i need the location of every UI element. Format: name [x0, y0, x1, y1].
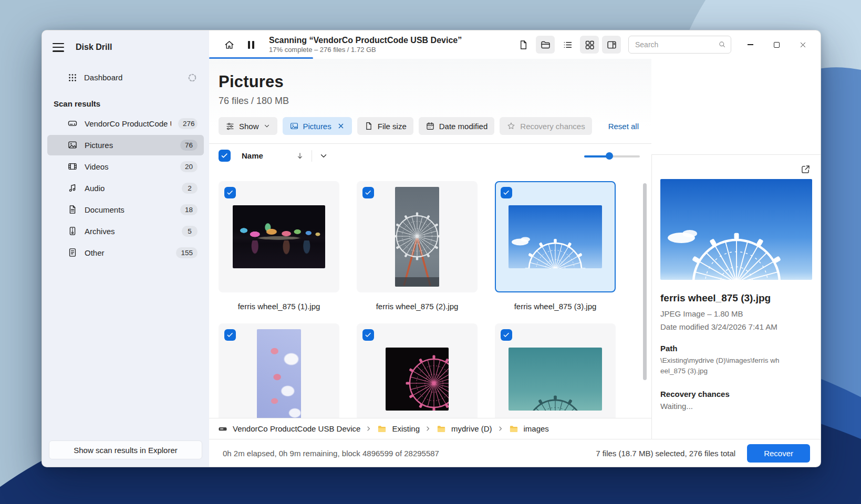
maximize-button[interactable]	[765, 36, 788, 54]
sidebar-item-label: Audio	[85, 184, 105, 193]
home-button[interactable]	[220, 36, 238, 54]
check-icon	[503, 331, 510, 339]
breadcrumb-mydrive[interactable]: mydrive (D)	[436, 424, 492, 434]
dashboard-grid-icon	[67, 72, 78, 83]
sort-direction-icon[interactable]	[295, 151, 305, 161]
count-badge: 18	[180, 204, 198, 215]
breadcrumb-label: VendorCo ProductCode USB Device	[233, 424, 360, 433]
remove-filter-icon[interactable]	[337, 122, 345, 130]
file-size-filter-chip[interactable]: File size	[357, 117, 413, 135]
thumbnail-size-slider[interactable]	[584, 152, 640, 160]
archives-icon	[67, 226, 78, 236]
reset-all-link[interactable]: Reset all	[608, 122, 639, 131]
show-filter-label: Show	[239, 122, 259, 131]
sidebar-item-device[interactable]: VendorCo ProductCode US... 276	[47, 113, 204, 134]
count-badge: 155	[176, 247, 198, 258]
count-badge: 5	[182, 226, 198, 237]
scan-elapsed-text: 0h 2m elapsed, 0h 9m remaining, block 48…	[223, 449, 439, 458]
thumbnail-gray-ferris-wheel	[395, 187, 439, 287]
file-checkbox[interactable]	[501, 187, 512, 198]
maximize-icon	[774, 42, 780, 48]
sidebar: Disk Drill Dashboard Scan results V	[42, 30, 209, 467]
show-filter-button[interactable]: Show	[219, 117, 277, 135]
documents-icon	[67, 204, 78, 215]
breadcrumb-existing[interactable]: Existing	[377, 424, 420, 434]
file-card-1[interactable]	[219, 181, 339, 292]
sort-options-chevron-icon[interactable]	[319, 151, 328, 161]
sidebar-item-pictures[interactable]: Pictures 76	[47, 135, 204, 155]
search-input[interactable]	[628, 36, 731, 54]
folder-view-button[interactable]	[536, 36, 555, 54]
file-checkbox[interactable]	[224, 329, 236, 341]
details-filename: ferris wheel_875 (3).jpg	[660, 292, 812, 304]
close-icon	[799, 41, 807, 49]
chevron-right-icon	[424, 425, 431, 432]
sidebar-item-videos[interactable]: Videos 20	[47, 156, 204, 177]
file-name[interactable]: ferris wheel_875 (2).jpg	[357, 302, 478, 311]
show-in-explorer-button[interactable]: Show scan results in Explorer	[49, 440, 202, 459]
minimize-button[interactable]	[739, 36, 762, 54]
sidebar-item-label: Pictures	[85, 141, 113, 150]
count-badge: 276	[178, 118, 198, 129]
folder-icon	[377, 424, 387, 434]
vertical-scrollbar[interactable]	[643, 183, 647, 380]
file-size-label: File size	[378, 122, 407, 131]
sidebar-item-label: Archives	[85, 227, 115, 236]
sidebar-item-documents[interactable]: Documents 18	[47, 200, 204, 220]
scan-results-section-label: Scan results	[42, 91, 209, 113]
sidebar-item-archives[interactable]: Archives 5	[47, 221, 204, 242]
file-card-5[interactable]	[357, 323, 478, 418]
sidebar-item-label: Videos	[85, 162, 109, 171]
breadcrumb-label: images	[524, 424, 549, 433]
check-icon	[365, 331, 372, 339]
pause-icon	[248, 41, 254, 49]
search-icon	[718, 40, 727, 49]
grid-view-button[interactable]	[580, 36, 599, 54]
scan-spinner-icon	[187, 72, 198, 83]
chevron-right-icon	[497, 425, 504, 432]
file-checkbox[interactable]	[501, 329, 512, 341]
file-checkbox[interactable]	[224, 187, 236, 198]
recover-button[interactable]: Recover	[747, 444, 810, 463]
other-files-icon	[67, 247, 78, 258]
chevron-right-icon	[365, 425, 372, 432]
pause-scan-button[interactable]	[242, 36, 261, 54]
hamburger-menu-icon[interactable]	[51, 42, 65, 53]
breadcrumb-device[interactable]: VendorCo ProductCode USB Device	[217, 424, 360, 434]
date-modified-filter-chip[interactable]: Date modified	[419, 117, 495, 135]
slider-thumb[interactable]	[606, 152, 613, 160]
file-card-3-selected[interactable]	[495, 181, 616, 292]
thumbnail-neon-ferris-wheel	[386, 348, 449, 411]
preview-image[interactable]	[660, 179, 812, 280]
sidebar-item-audio[interactable]: Audio 2	[47, 178, 204, 198]
sidebar-item-label: VendorCo ProductCode US...	[85, 119, 171, 128]
sidebar-item-other[interactable]: Other 155	[47, 243, 204, 263]
close-button[interactable]	[791, 36, 814, 54]
list-view-button[interactable]	[558, 36, 577, 54]
file-name[interactable]: ferris wheel_875 (3).jpg	[495, 302, 616, 311]
pictures-type-chip[interactable]: Pictures	[283, 117, 352, 135]
file-card-2[interactable]	[357, 181, 478, 292]
file-card-6[interactable]	[495, 323, 616, 418]
open-preview-button[interactable]	[797, 161, 813, 177]
preview-panel-toggle-button[interactable]	[602, 36, 621, 54]
select-all-checkbox[interactable]	[219, 150, 231, 162]
count-badge: 2	[182, 183, 198, 194]
check-icon	[221, 152, 229, 160]
sidebar-item-dashboard[interactable]: Dashboard	[47, 68, 204, 88]
file-card-4[interactable]	[219, 323, 339, 418]
drive-icon	[67, 118, 78, 129]
file-checkbox[interactable]	[362, 329, 374, 341]
file-name[interactable]: ferris wheel_875 (1).jpg	[219, 302, 339, 311]
folder-icon	[436, 424, 447, 434]
file-checkbox[interactable]	[362, 187, 374, 198]
pictures-icon	[67, 140, 78, 150]
search-box	[628, 36, 731, 54]
recovery-chances-label: Recovery chances	[520, 122, 585, 131]
recoverable-files-view-button[interactable]	[514, 36, 533, 54]
breadcrumb-images[interactable]: images	[509, 424, 549, 434]
sort-row: Name	[209, 143, 651, 167]
count-badge: 20	[180, 161, 198, 172]
recovery-chances-filter-chip[interactable]: Recovery chances	[500, 117, 592, 135]
sidebar-item-label: Other	[85, 248, 105, 257]
